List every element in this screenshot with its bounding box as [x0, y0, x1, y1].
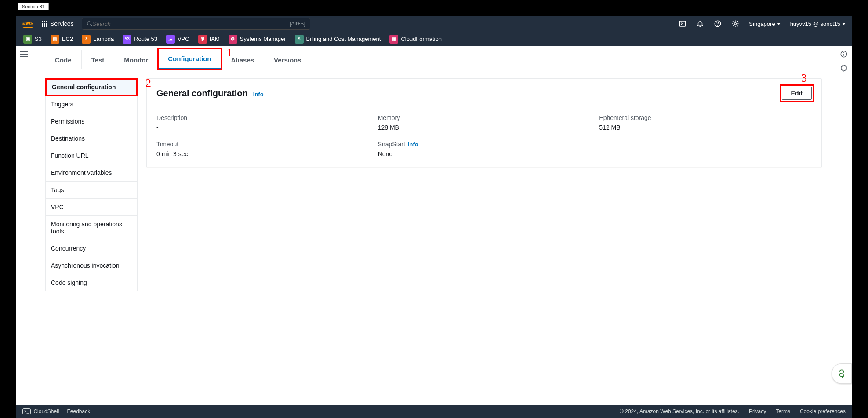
value-ephemeral: 512 MB — [599, 124, 812, 131]
edit-button[interactable]: Edit — [782, 87, 812, 100]
region-label: Singapore — [749, 21, 775, 27]
section-tab: Section 31 — [18, 3, 49, 10]
assistant-badge[interactable] — [832, 363, 852, 384]
region-selector[interactable]: Singapore — [749, 21, 780, 27]
value-memory: 128 MB — [378, 124, 591, 131]
sidenav-item[interactable]: Tags — [45, 182, 138, 199]
lambda-icon: λ — [82, 35, 91, 44]
cookie-link[interactable]: Cookie preferences — [800, 408, 846, 414]
billing-icon: $ — [295, 35, 304, 44]
search-hint: [Alt+S] — [290, 21, 305, 27]
tab-aliases[interactable]: Aliases — [222, 50, 265, 69]
sidenav-item[interactable]: Destinations — [45, 130, 138, 147]
value-description: - — [156, 124, 369, 131]
svg-point-8 — [843, 52, 844, 53]
svc-ec2[interactable]: ▤EC2 — [48, 34, 76, 44]
cloudshell-link[interactable]: >_ CloudShell — [22, 408, 59, 414]
cloudshell-icon[interactable] — [679, 20, 686, 28]
search-icon — [87, 21, 93, 27]
bell-icon[interactable] — [696, 20, 704, 28]
svg-point-5 — [734, 23, 737, 25]
sidenav-item[interactable]: Code signing — [45, 274, 138, 291]
sidenav-item[interactable]: VPC — [45, 199, 138, 216]
svc-route53[interactable]: 53Route 53 — [120, 34, 160, 44]
left-rail — [16, 46, 32, 405]
svc-s3[interactable]: ▣S3 — [21, 34, 44, 44]
aws-logo[interactable]: aws — [22, 19, 33, 28]
sidenav-item[interactable]: Environment variables — [45, 164, 138, 182]
value-snapstart: None — [378, 150, 591, 157]
ssm-icon: ⚙ — [229, 35, 237, 44]
svc-lambda[interactable]: λLambda — [79, 34, 116, 44]
service-shortcut-bar: ▣S3 ▤EC2 λLambda 53Route 53 ☁VPC ⛨IAM ⚙S… — [16, 32, 852, 46]
cloudformation-icon: ▦ — [389, 35, 398, 44]
account-label: huyvv15 @ sonct15 — [790, 21, 840, 27]
sidenav-item[interactable]: Triggers — [45, 96, 138, 113]
label-description: Description — [156, 114, 369, 121]
svg-point-4 — [718, 25, 718, 25]
tab-code[interactable]: Code — [45, 50, 82, 69]
topnav: aws Services [Alt+S] Singapore — [16, 16, 852, 32]
copyright: © 2024, Amazon Web Services, Inc. or its… — [620, 408, 739, 414]
help-icon[interactable] — [714, 20, 722, 28]
main: CodeTestMonitorConfigurationAliasesVersi… — [16, 46, 852, 405]
chevron-down-icon — [777, 23, 781, 25]
hexagon-icon[interactable] — [840, 64, 848, 72]
vpc-icon: ☁ — [166, 35, 175, 44]
config-sidenav: General configurationTriggersPermissions… — [45, 78, 138, 396]
services-button[interactable]: Services — [38, 18, 77, 29]
chevron-down-icon — [842, 23, 846, 25]
svg-line-1 — [90, 25, 92, 26]
svg-marker-9 — [841, 65, 846, 71]
sidenav-item[interactable]: Asynchronous invocation — [45, 257, 138, 274]
panel-title: General configuration — [156, 88, 248, 98]
tab-versions[interactable]: Versions — [264, 50, 311, 69]
lambda-tabs: CodeTestMonitorConfigurationAliasesVersi… — [32, 46, 835, 69]
info-link[interactable]: Info — [253, 91, 264, 98]
tab-configuration[interactable]: Configuration — [158, 49, 221, 69]
value-timeout: 0 min 3 sec — [156, 150, 369, 157]
search-box[interactable]: [Alt+S] — [82, 18, 310, 30]
search-input[interactable] — [93, 21, 290, 27]
label-ephemeral: Ephemeral storage — [599, 114, 812, 121]
hamburger-icon[interactable] — [20, 51, 28, 57]
svc-iam[interactable]: ⛨IAM — [196, 34, 222, 44]
info-icon[interactable] — [840, 50, 848, 58]
sidenav-item[interactable]: Concurrency — [45, 240, 138, 257]
account-menu[interactable]: huyvv15 @ sonct15 — [790, 21, 846, 27]
svc-ssm[interactable]: ⚙Systems Manager — [226, 34, 289, 44]
sidenav-item[interactable]: Function URL — [45, 147, 138, 164]
label-snapstart: SnapStartInfo — [378, 141, 591, 148]
feedback-link[interactable]: Feedback — [67, 408, 90, 414]
label-timeout: Timeout — [156, 141, 369, 148]
terminal-icon: >_ — [22, 408, 31, 414]
settings-icon[interactable] — [731, 20, 739, 28]
bucket-icon: ▣ — [23, 35, 32, 44]
svc-billing[interactable]: $Billing and Cost Management — [292, 34, 384, 44]
terms-link[interactable]: Terms — [776, 408, 790, 414]
tab-test[interactable]: Test — [82, 50, 115, 69]
svc-vpc[interactable]: ☁VPC — [163, 34, 192, 44]
footer: >_ CloudShell Feedback © 2024, Amazon We… — [16, 405, 852, 418]
grid-icon — [41, 21, 47, 27]
svc-cloudformation[interactable]: ▦CloudFormation — [387, 34, 444, 44]
privacy-link[interactable]: Privacy — [749, 408, 766, 414]
general-config-panel: General configuration Info Edit Descript… — [146, 78, 822, 167]
label-memory: Memory — [378, 114, 591, 121]
iam-icon: ⛨ — [198, 35, 207, 44]
dns-icon: 53 — [123, 35, 131, 44]
right-rail — [835, 46, 852, 405]
sidenav-item[interactable]: Monitoring and operations tools — [45, 216, 138, 240]
server-icon: ▤ — [51, 35, 59, 44]
svg-point-0 — [87, 22, 91, 25]
info-link[interactable]: Info — [408, 141, 418, 148]
sidenav-item[interactable]: Permissions — [45, 113, 138, 130]
tab-monitor[interactable]: Monitor — [114, 50, 158, 69]
sidenav-item[interactable]: General configuration — [45, 78, 138, 96]
services-label: Services — [50, 20, 74, 27]
